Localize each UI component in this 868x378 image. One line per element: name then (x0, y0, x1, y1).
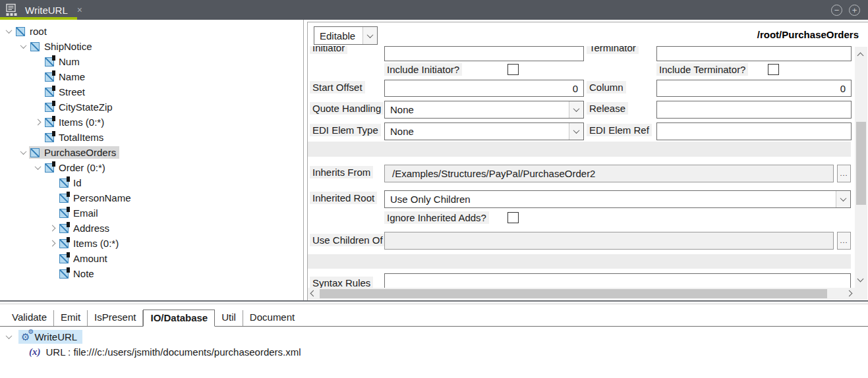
tree-item-amount[interactable]: Amount (0, 251, 303, 266)
element-icon (59, 194, 69, 203)
quote-handling-value: None (390, 104, 414, 115)
collapse-icon[interactable]: − (831, 5, 842, 16)
vertical-scrollbar-thumb[interactable] (856, 122, 866, 205)
chevron-down-icon[interactable] (32, 162, 43, 174)
element-icon (59, 254, 69, 263)
scrollbar-corner (855, 288, 867, 300)
tree-item-note[interactable]: Note (0, 266, 303, 281)
app-window: WriteURL × − + root ShipNotice Num Name … (0, 0, 868, 378)
tree-item-label: PurchaseOrders (44, 147, 116, 158)
tree-item-label: Address (73, 223, 109, 234)
include-initiator-checkbox[interactable] (507, 64, 519, 75)
tree-item-purchaseorders[interactable]: PurchaseOrders (0, 145, 303, 160)
expand-icon[interactable]: + (849, 5, 860, 16)
start-offset-label: Start Offset (310, 81, 365, 94)
edi-elem-type-label: EDI Elem Type (310, 124, 381, 136)
tab-util[interactable]: Util (215, 310, 243, 326)
start-offset-input[interactable] (384, 80, 584, 97)
scroll-up-icon[interactable] (857, 53, 864, 59)
tree-item-root[interactable]: root (0, 24, 303, 39)
tab-io-database[interactable]: IO/Database (143, 310, 215, 327)
use-children-of-browse-button[interactable]: ... (837, 232, 851, 250)
pane-divider[interactable] (0, 300, 868, 302)
tree-item-name[interactable]: Name (0, 69, 303, 84)
tree-item-address[interactable]: Address (0, 221, 303, 236)
terminator-input[interactable] (656, 46, 852, 61)
inherits-from-label: Inherits From (310, 166, 373, 178)
tree-item-email[interactable]: Email (0, 205, 303, 221)
vertical-scrollbar[interactable] (855, 47, 867, 288)
chevron-down-icon[interactable] (3, 331, 14, 342)
horizontal-scrollbar[interactable] (308, 288, 855, 300)
properties-form: Initiator Terminator Include Initiator? … (308, 46, 855, 288)
url-property-row[interactable]: (x) URL : file:///c:/users/jsmith/docume… (29, 344, 301, 359)
editable-mode-select[interactable]: Editable (314, 26, 378, 45)
tree-item-order[interactable]: Order (0:*) (0, 160, 303, 175)
column-input[interactable] (656, 80, 852, 97)
column-label: Column (587, 81, 626, 94)
include-terminator-checkbox[interactable] (768, 64, 779, 75)
chevron-right-icon[interactable] (32, 117, 43, 128)
tree-item-id[interactable]: Id (0, 175, 303, 190)
terminator-label: Terminator (587, 46, 639, 54)
tree-item-label: Id (73, 177, 82, 188)
ignore-inherited-adds-checkbox[interactable] (507, 212, 519, 223)
tree-item-items[interactable]: Items (0:*) (0, 115, 303, 130)
element-icon (59, 269, 69, 279)
structure-editor-icon (5, 3, 18, 16)
element-icon (45, 72, 54, 82)
scroll-down-icon[interactable] (857, 276, 864, 283)
url-value: URL : file:///c:/users/jsmith/documents/… (46, 346, 301, 358)
tree-item-street[interactable]: Street (0, 84, 303, 99)
writeurl-node[interactable]: ⚙WriteURL (3, 329, 82, 344)
chevron-right-icon[interactable] (46, 223, 58, 234)
element-icon (45, 57, 54, 67)
document-tab[interactable]: WriteURL (25, 5, 68, 16)
use-children-of-field (384, 232, 834, 250)
inherits-from-browse-button[interactable]: ... (837, 165, 851, 182)
close-tab-icon[interactable]: × (77, 5, 82, 15)
chevron-down-icon (569, 123, 583, 140)
chevron-down-icon[interactable] (17, 41, 29, 53)
tree-item-shipnotice[interactable]: ShipNotice (0, 39, 303, 54)
tree-item-label: CityStateZip (59, 101, 113, 113)
tab-emit[interactable]: Emit (54, 310, 88, 326)
detail-panel-header: Editable /root/PurchaseOrders (308, 22, 868, 46)
inherited-root-select[interactable]: Use Only Children (384, 190, 851, 208)
tree-item-items2[interactable]: Items (0:*) (0, 236, 303, 251)
rules-tabstrip: Validate Emit IsPresent IO/Database Util… (0, 310, 868, 327)
syntax-rules-input[interactable] (384, 273, 851, 288)
element-icon (59, 178, 69, 188)
tab-validate[interactable]: Validate (5, 310, 54, 326)
node-icon (30, 42, 40, 51)
tree-item-label: Items (0:*) (73, 238, 119, 249)
initiator-input[interactable] (384, 46, 584, 61)
io-database-panel: ⚙WriteURL (x) URL : file:///c:/users/jsm… (0, 327, 868, 378)
chevron-down-icon[interactable] (3, 26, 14, 38)
tab-ispresent[interactable]: IsPresent (88, 310, 143, 326)
tree-item-citystatezip[interactable]: CityStateZip (0, 99, 303, 115)
horizontal-scrollbar-thumb[interactable] (320, 289, 827, 298)
scroll-left-icon[interactable] (310, 290, 317, 297)
release-input[interactable] (656, 101, 852, 119)
tree-item-personname[interactable]: PersonName (0, 190, 303, 205)
inherits-from-value: /Examples/Structures/PayPal/PurchaseOrde… (392, 168, 595, 179)
tree-item-label: Note (73, 268, 94, 279)
tree-item-label: ShipNotice (44, 41, 92, 52)
edi-elem-ref-input[interactable] (656, 122, 852, 140)
chevron-down-icon (836, 191, 850, 207)
tab-document[interactable]: Document (243, 310, 301, 326)
chevron-down-icon[interactable] (17, 147, 29, 159)
element-icon (59, 209, 69, 218)
scroll-right-icon[interactable] (846, 290, 853, 297)
edi-elem-type-value: None (390, 126, 414, 137)
node-icon (16, 27, 25, 36)
tree-item-label: Amount (73, 253, 107, 264)
inherited-root-label: Inherited Root (310, 192, 377, 204)
tree-item-totalitems[interactable]: TotalItems (0, 130, 303, 145)
chevron-right-icon[interactable] (46, 238, 58, 250)
quote-handling-select[interactable]: None (384, 101, 584, 119)
edi-elem-type-select[interactable]: None (384, 122, 584, 140)
element-icon (45, 88, 54, 97)
tree-item-num[interactable]: Num (0, 54, 303, 69)
